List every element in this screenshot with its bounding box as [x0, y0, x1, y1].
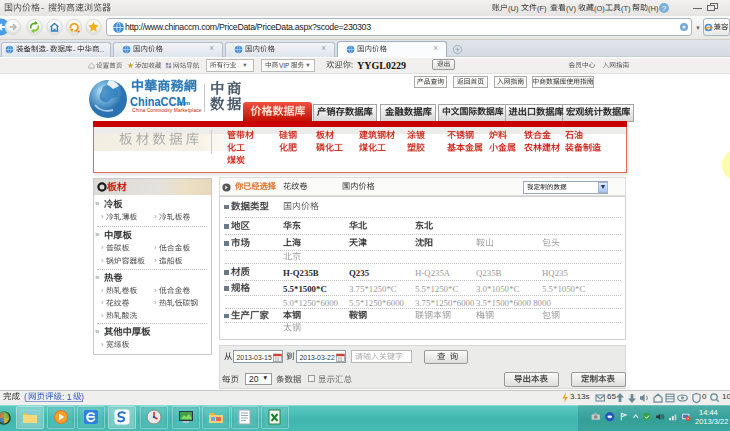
svg-text:?: ? [662, 4, 667, 13]
